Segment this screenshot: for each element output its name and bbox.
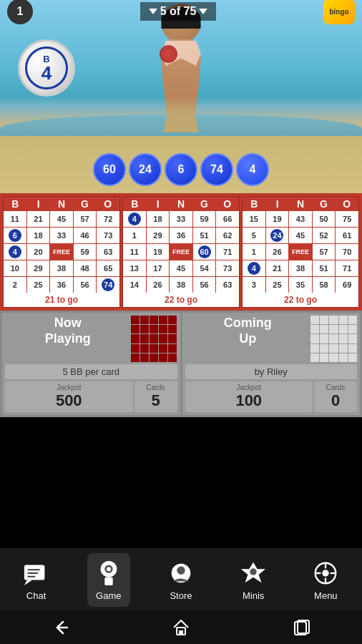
minis-icon	[239, 559, 268, 587]
chat-label: Chat	[26, 590, 46, 601]
card-2-footer: 22 to go	[123, 293, 239, 307]
current-bingo-ball: B 4	[18, 39, 75, 97]
card-counter: 5 of 75	[140, 2, 217, 21]
bingo-card-1[interactable]: BINGO 11 21 45 57 72 6 18 33 46 73 4 20 …	[3, 196, 120, 308]
called-ball-4: 74	[200, 153, 233, 186]
card-3-grid: 15 19 43 50 75 5 24 45 52 61 1 26 FREE 5…	[243, 211, 358, 293]
card-1-footer: 21 to go	[4, 293, 119, 307]
called-numbers-row: 60 24 6 74 4	[93, 153, 269, 186]
bingo-card-2[interactable]: BINGO 4 18 33 59 66 1 29 36 51 62 11 19 …	[122, 196, 240, 308]
store-icon	[167, 559, 195, 587]
svg-point-10	[177, 566, 185, 574]
now-playing-title: NowPlaying	[5, 316, 131, 346]
game-label: Game	[96, 590, 121, 601]
now-playing-pattern	[131, 316, 177, 362]
nav-store[interactable]: Store	[160, 553, 202, 607]
hero-section: 1 5 of 75 bingo B 4 60 24 6 74 4	[0, 0, 362, 193]
coming-up-stats: Jackpot 100 Cards 0	[185, 381, 358, 412]
chat-icon	[22, 559, 51, 587]
top-bar: 1 5 of 75 bingo	[0, 0, 362, 23]
prev-arrow[interactable]	[149, 9, 157, 14]
nav-chat[interactable]: Chat	[15, 553, 58, 607]
card-2-grid: 4 18 33 59 66 1 29 36 51 62 11 19 FREE 6…	[123, 211, 239, 293]
card-3-header: BINGO	[243, 197, 358, 211]
recent-button[interactable]	[284, 613, 320, 642]
jackpot-box: Jackpot 500	[5, 381, 133, 412]
called-ball-3: 6	[165, 153, 197, 186]
bingo-logo: bingo	[323, 0, 355, 24]
home-button[interactable]	[163, 613, 199, 642]
card-2-header: BINGO	[123, 197, 239, 211]
game-icon	[94, 559, 123, 587]
menu-label: Menu	[314, 590, 338, 601]
store-label: Store	[170, 590, 192, 601]
svg-rect-6	[104, 577, 112, 585]
nav-game[interactable]: Game	[87, 553, 130, 607]
called-ball-2: 24	[129, 153, 162, 186]
svg-point-8	[107, 567, 111, 571]
next-arrow[interactable]	[199, 9, 207, 14]
bingo-card-3[interactable]: BINGO 15 19 43 50 75 5 24 45 52 61 1 26 …	[242, 196, 359, 308]
coming-jackpot-box: Jackpot 100	[185, 381, 313, 412]
coming-up-pattern	[310, 316, 357, 362]
person-figure	[127, 4, 235, 168]
menu-icon	[311, 559, 340, 587]
called-ball-5: 4	[236, 153, 269, 186]
cards-section: BINGO 11 21 45 57 72 6 18 33 46 73 4 20 …	[0, 193, 362, 311]
svg-rect-0	[24, 565, 44, 580]
svg-marker-1	[24, 580, 31, 585]
back-button[interactable]	[42, 613, 78, 642]
minis-label: Minis	[243, 590, 264, 601]
card-1-grid: 11 21 45 57 72 6 18 33 46 73 4 20 FREE 5…	[4, 211, 119, 293]
cards-box: Cards 5	[134, 381, 177, 412]
now-playing-subtitle: 5 BB per card	[5, 364, 177, 379]
called-ball-1: 60	[93, 153, 126, 186]
now-playing-panel: NowPlaying 5 BB per card Jackpot 500 Car…	[2, 313, 180, 415]
card-3-footer: 22 to go	[243, 293, 358, 307]
svg-point-12	[250, 568, 257, 575]
svg-point-14	[323, 570, 330, 577]
nav-menu[interactable]: Menu	[304, 553, 347, 607]
info-section: NowPlaying 5 BB per card Jackpot 500 Car…	[0, 311, 362, 417]
bottom-nav: Chat Game Store	[0, 548, 362, 611]
svg-rect-20	[179, 630, 183, 635]
coming-up-panel: ComingUp by Riley Jackpot 100 Cards 0	[182, 313, 361, 415]
coming-up-host: by Riley	[185, 364, 358, 379]
card-1-header: BINGO	[4, 197, 119, 211]
coming-cards-box: Cards 0	[314, 381, 357, 412]
nav-minis[interactable]: Minis	[232, 553, 275, 607]
coming-up-title: ComingUp	[185, 316, 311, 346]
now-playing-stats: Jackpot 500 Cards 5	[5, 381, 177, 412]
system-bar	[0, 611, 362, 644]
game-number: 1	[7, 0, 33, 24]
